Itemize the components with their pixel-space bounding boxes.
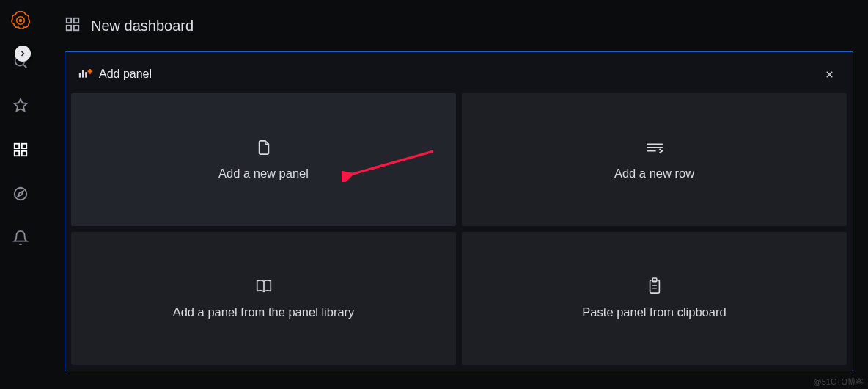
svg-rect-4 <box>22 144 26 148</box>
page-header: New dashboard <box>65 0 853 51</box>
panel-header-title-group: Add panel <box>78 67 152 81</box>
clipboard-icon <box>647 277 663 295</box>
nav-alerting[interactable] <box>3 220 38 255</box>
svg-rect-11 <box>74 25 78 29</box>
card-label: Add a new row <box>614 167 694 181</box>
svg-rect-5 <box>15 151 19 156</box>
svg-rect-6 <box>22 151 26 156</box>
panel-header: Add panel <box>71 58 847 93</box>
svg-rect-9 <box>74 18 78 22</box>
svg-rect-14 <box>85 72 87 78</box>
book-icon <box>254 277 273 295</box>
close-button[interactable] <box>820 65 838 83</box>
watermark: @51CTO博客 <box>814 377 864 388</box>
sidebar-expand-button[interactable] <box>15 46 31 62</box>
svg-point-1 <box>19 19 22 22</box>
svg-point-7 <box>15 188 27 200</box>
nav-dashboards[interactable] <box>3 132 38 167</box>
page-title: New dashboard <box>91 18 194 34</box>
add-panel-grid: Add a new panel Add a new row <box>71 93 847 365</box>
add-panel-bars-icon <box>78 67 93 81</box>
card-panel-library[interactable]: Add a panel from the panel library <box>71 232 456 365</box>
svg-rect-12 <box>79 73 81 78</box>
main-content: New dashboard Add panel <box>41 0 868 389</box>
svg-rect-8 <box>67 18 71 22</box>
card-label: Add a new panel <box>218 167 309 181</box>
card-label: Paste panel from clipboard <box>582 305 726 319</box>
svg-rect-13 <box>82 70 84 78</box>
card-label: Add a panel from the panel library <box>173 305 355 319</box>
svg-rect-10 <box>67 25 71 29</box>
row-icon <box>645 139 664 156</box>
card-paste-clipboard[interactable]: Paste panel from clipboard <box>462 232 847 365</box>
dashboard-icon <box>65 16 81 36</box>
svg-rect-3 <box>15 144 19 148</box>
nav-starred[interactable] <box>3 88 38 123</box>
grafana-logo[interactable] <box>10 10 31 31</box>
add-panel-frame: Add panel Add a new panel <box>65 51 853 371</box>
card-add-new-row[interactable]: Add a new row <box>462 93 847 226</box>
nav-explore[interactable] <box>3 176 38 211</box>
card-add-new-panel[interactable]: Add a new panel <box>71 93 456 226</box>
panel-title: Add panel <box>99 68 152 81</box>
file-icon <box>256 139 272 156</box>
